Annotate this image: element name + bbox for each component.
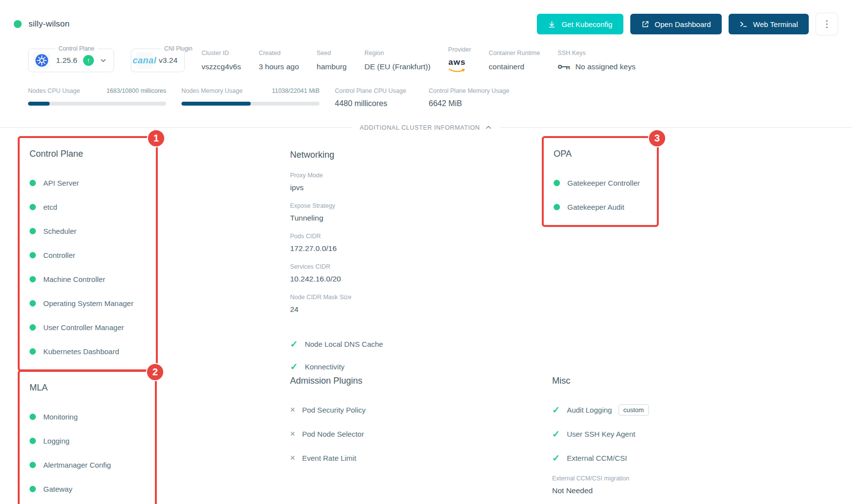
admission-plugins-section: Admission Plugins ×Pod Security Policy ×… (290, 361, 552, 504)
misc-section-title: Misc (552, 376, 852, 386)
status-item-alertmanager-config: Alertmanager Config (29, 453, 145, 477)
status-item-gateway: Gateway (29, 477, 145, 501)
usage-bar: Nodes CPU Usage 1683/10800 millicores No… (0, 75, 852, 108)
control-plane-cpu-usage: Control Plane CPU Usage 4480 millicores (335, 87, 413, 108)
cp-memory-label: Control Plane Memory Usage (429, 87, 509, 94)
cluster-info-bar: Control Plane 1.25.6 ↑ CNI Plugin canal … (0, 35, 852, 75)
status-item-etcd: etcd (29, 195, 146, 219)
networking-section-title: Networking (290, 150, 552, 160)
annotation-number-3: 3 (648, 129, 666, 147)
container-runtime-label: Container Runtime (489, 50, 540, 56)
upgrade-available-icon[interactable]: ↑ (83, 55, 94, 66)
cluster-header: silly-wilson Get Kubeconfig Open Dashboa… (0, 0, 852, 35)
control-plane-section-title: Control Plane (29, 149, 146, 159)
cross-icon: × (290, 405, 295, 415)
more-actions-button[interactable]: ⋮ (816, 13, 838, 35)
green-status-icon (29, 414, 36, 420)
opa-section-title: OPA (554, 149, 647, 159)
check-icon: ✓ (552, 404, 560, 416)
nodes-memory-progressbar (181, 102, 320, 106)
cross-pod-security-policy: ×Pod Security Policy (290, 398, 552, 422)
cross-event-rate-limit: ×Event Rate Limit (290, 446, 552, 470)
key-icon (558, 63, 570, 70)
kubernetes-logo-icon (33, 52, 50, 69)
expose-strategy-field: Expose Strategy Tunneling (290, 202, 552, 223)
cross-icon: × (290, 453, 295, 463)
status-item-api-server: API Server (29, 171, 146, 195)
green-status-icon (29, 300, 36, 307)
container-runtime-value: containerd (489, 62, 540, 71)
pods-cidr-field: Pods CIDR 172.27.0.0/16 (290, 233, 552, 253)
green-status-icon (29, 438, 36, 444)
control-plane-version-label: Control Plane (55, 45, 98, 52)
region-label: Region (364, 50, 430, 56)
control-plane-version-box[interactable]: Control Plane 1.25.6 ↑ (28, 49, 114, 72)
status-item-scheduler: Scheduler (29, 219, 146, 243)
seed-field: Seed hamburg (317, 50, 347, 71)
created-field: Created 3 hours ago (259, 50, 299, 71)
cluster-id-value: vszzcg4v6s (202, 62, 241, 71)
additional-cluster-information-panel: 1 Control Plane API Server etcd Schedule… (0, 131, 852, 504)
additional-cluster-information-toggle[interactable]: ADDITIONAL CLUSTER INFORMATION (0, 124, 852, 131)
download-icon (548, 20, 556, 28)
green-status-icon (554, 180, 560, 186)
control-plane-version-value: 1.25.6 (56, 56, 77, 65)
status-item-kubernetes-dashboard: Kubernetes Dashboard (29, 339, 146, 364)
green-status-icon (554, 204, 560, 210)
services-cidr-field: Services CIDR 10.242.16.0/20 (290, 263, 552, 283)
control-plane-memory-usage: Control Plane Memory Usage 6642 MiB (429, 87, 509, 108)
open-dashboard-label: Open Dashboard (655, 20, 711, 28)
cluster-id-field: Cluster ID vszzcg4v6s (202, 50, 241, 71)
proxy-mode-field: Proxy Mode ipvs (290, 172, 552, 192)
cross-pod-node-selector: ×Pod Node Selector (290, 422, 552, 446)
green-status-icon (29, 348, 36, 355)
admission-plugins-section-title: Admission Plugins (290, 376, 552, 386)
green-status-icon (29, 252, 36, 258)
terminal-icon (739, 20, 748, 28)
get-kubeconfig-button[interactable]: Get Kubeconfig (537, 14, 623, 34)
seed-label: Seed (317, 50, 347, 56)
audit-logging-custom-badge: custom (618, 404, 649, 416)
check-user-ssh-key-agent: ✓User SSH Key Agent (552, 422, 852, 446)
nodes-cpu-label: Nodes CPU Usage (28, 87, 80, 94)
nodes-memory-usage: Nodes Memory Usage 11038/22041 MiB (181, 87, 320, 108)
region-field: Region DE (EU (Frankfurt)) (364, 50, 430, 71)
nodes-cpu-value: 1683/10800 millicores (106, 87, 166, 94)
kebab-icon: ⋮ (823, 19, 832, 29)
check-icon: ✓ (552, 452, 560, 464)
check-icon: ✓ (552, 428, 560, 440)
green-status-icon (29, 324, 36, 331)
status-item-logging: Logging (29, 429, 145, 453)
ssh-keys-value: No assigned keys (575, 62, 635, 71)
status-item-gatekeeper-audit: Gatekeeper Audit (554, 195, 647, 219)
ssh-keys-field: SSH Keys No assigned keys (558, 50, 635, 71)
provider-field: Provider aws (448, 46, 471, 75)
cluster-health-dot (14, 20, 22, 28)
ssh-keys-label: SSH Keys (558, 50, 635, 56)
check-node-local-dns-cache: ✓Node Local DNS Cache (290, 333, 552, 355)
green-status-icon (29, 486, 36, 492)
chevron-up-icon (485, 124, 492, 131)
cross-icon: × (290, 429, 295, 439)
status-item-monitoring: Monitoring (29, 405, 145, 429)
mla-section-title: MLA (29, 383, 145, 393)
annotation-box-1: 1 Control Plane API Server etcd Schedule… (18, 136, 158, 371)
check-audit-logging: ✓ Audit Logging custom (552, 398, 852, 422)
cluster-id-label: Cluster ID (202, 50, 241, 56)
region-value: DE (EU (Frankfurt)) (364, 62, 430, 71)
annotation-box-2: 2 MLA Monitoring Logging Alertmanager Co… (18, 370, 157, 504)
node-cidr-mask-size-field: Node CIDR Mask Size 24 (290, 294, 552, 314)
cp-cpu-label: Control Plane CPU Usage (335, 87, 413, 94)
green-status-icon (29, 276, 36, 282)
open-dashboard-button[interactable]: Open Dashboard (630, 14, 722, 34)
status-item-user-controller-manager: User Controller Manager (29, 315, 146, 339)
green-status-icon (29, 462, 36, 468)
green-status-icon (29, 204, 36, 210)
chevron-down-icon[interactable] (100, 57, 107, 64)
container-runtime-field: Container Runtime containerd (489, 50, 540, 71)
cni-plugin-version-value: v3.24 (159, 56, 177, 65)
web-terminal-button[interactable]: Web Terminal (729, 14, 809, 34)
provider-label: Provider (448, 46, 471, 53)
nodes-memory-label: Nodes Memory Usage (181, 87, 242, 94)
check-external-ccm-csi: ✓External CCM/CSI (552, 446, 852, 470)
